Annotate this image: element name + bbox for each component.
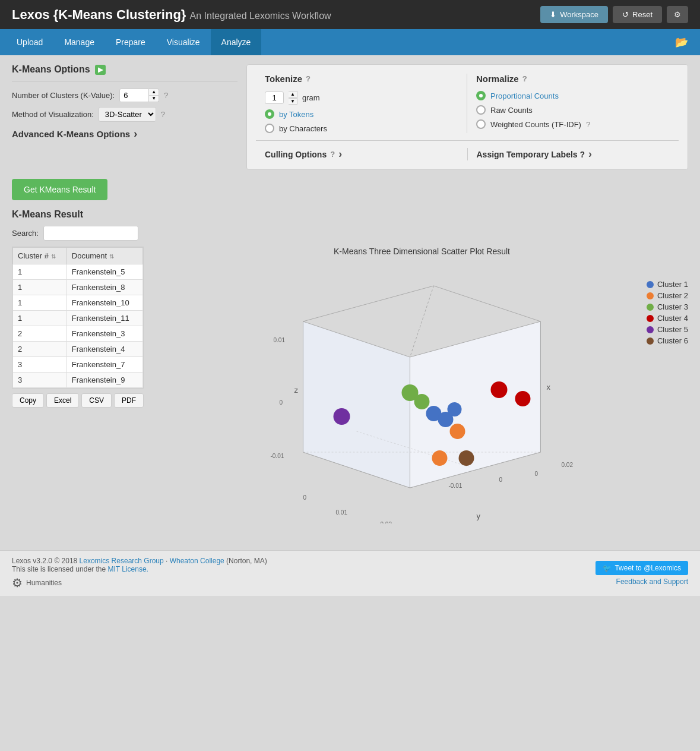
svg-point-33 — [459, 450, 474, 466]
gram-label: gram — [302, 93, 320, 102]
num-clusters-input-wrap: ▲ ▼ — [119, 89, 159, 102]
num-clusters-input[interactable] — [119, 89, 149, 102]
gram-row: ▲ ▼ gram — [265, 91, 458, 105]
nav-upload[interactable]: Upload — [6, 29, 53, 55]
proportional-radio[interactable] — [476, 91, 486, 100]
get-kmeans-button[interactable]: Get KMeans Result — [12, 179, 107, 200]
num-clusters-down[interactable]: ▼ — [149, 96, 159, 102]
document-cell: Frankenstein_11 — [66, 311, 142, 326]
table-scroll[interactable]: Cluster # ⇅ Document ⇅ 1Frankenstein_51F… — [12, 247, 144, 389]
cluster-cell: 2 — [13, 342, 67, 357]
svg-text:-0.01: -0.01 — [449, 482, 463, 489]
document-cell: Frankenstein_7 — [66, 357, 142, 373]
svg-text:0: 0 — [535, 471, 539, 477]
results-title: K-Means Result — [12, 209, 688, 220]
legend-item: Cluster 5 — [647, 325, 688, 334]
kmeans-options-panel: K-Means Options ▶ Number of Clusters (K-… — [12, 64, 237, 170]
nav-visualize[interactable]: Visualize — [156, 29, 211, 55]
workspace-icon: ⬇ — [550, 10, 556, 19]
by-tokens-row[interactable]: by Tokens — [265, 109, 458, 119]
table-row: 1Frankenstein_5 — [13, 264, 143, 280]
svg-text:x: x — [547, 383, 551, 392]
table-row: 2Frankenstein_3 — [13, 326, 143, 342]
nav-prepare[interactable]: Prepare — [105, 29, 156, 55]
chart-container: z y x 0.01 0 -0.01 0 0.01 0.02 -0.01 0 0… — [156, 262, 688, 523]
feedback-link[interactable]: Feedback and Support — [616, 578, 688, 586]
scatter-plot: z y x 0.01 0 -0.01 0 0.01 0.02 -0.01 0 0… — [156, 262, 688, 523]
by-tokens-label: by Tokens — [279, 110, 313, 119]
document-cell: Frankenstein_5 — [66, 264, 142, 280]
document-cell: Frankenstein_4 — [66, 342, 142, 357]
legend-label: Cluster 6 — [657, 336, 688, 345]
cluster-cell: 2 — [13, 326, 67, 342]
document-cell: Frankenstein_10 — [66, 295, 142, 311]
raw-counts-radio[interactable] — [476, 105, 486, 115]
num-clusters-up[interactable]: ▲ — [149, 89, 159, 96]
gram-down[interactable]: ▼ — [289, 98, 297, 105]
legend-item: Cluster 2 — [647, 291, 688, 300]
cluster-sort-icon[interactable]: ⇅ — [51, 253, 56, 260]
normalize-title: Normalize ? — [476, 74, 670, 84]
legend-dot — [647, 315, 654, 322]
search-row: Search: — [12, 226, 688, 241]
settings-button[interactable]: ⚙ — [667, 6, 688, 23]
num-clusters-help-icon: ? — [164, 91, 168, 100]
token-normalize-panel: Tokenize ? ▲ ▼ gram by — [246, 64, 688, 170]
svg-text:y: y — [477, 512, 481, 520]
normalize-radio-group: Proportional Counts Raw Counts Weighted … — [476, 91, 670, 129]
legend-label: Cluster 5 — [657, 325, 688, 334]
svg-point-23 — [334, 408, 350, 425]
method-select[interactable]: 3D-Scatter — [99, 107, 156, 122]
raw-counts-label: Raw Counts — [490, 106, 533, 115]
gram-spinner: ▲ ▼ — [289, 91, 297, 105]
table-row: 3Frankenstein_7 — [13, 357, 143, 373]
assign-labels-link[interactable]: Assign Temporary Labels ? › — [477, 148, 670, 160]
csv-button[interactable]: CSV — [81, 393, 112, 408]
wheaton-link[interactable]: Wheaton College — [170, 557, 224, 565]
legend-dot — [647, 281, 654, 288]
mit-license-link[interactable]: MIT License. — [107, 565, 148, 573]
search-input[interactable] — [43, 226, 138, 241]
excel-button[interactable]: Excel — [46, 393, 79, 408]
legend-dot — [647, 292, 654, 299]
by-characters-radio[interactable] — [265, 124, 274, 133]
results-table: Cluster # ⇅ Document ⇅ 1Frankenstein_51F… — [12, 247, 143, 388]
legend-item: Cluster 3 — [647, 302, 688, 311]
culling-label: Culling Options — [265, 150, 327, 159]
weighted-counts-row[interactable]: Weighted Counts (TF-IDF) ? — [476, 119, 670, 129]
weighted-counts-radio[interactable] — [476, 119, 486, 129]
video-icon[interactable]: ▶ — [95, 65, 106, 75]
reset-button[interactable]: ↺ Reset — [613, 6, 662, 23]
raw-counts-row[interactable]: Raw Counts — [476, 105, 670, 115]
proportional-label: Proportional Counts — [490, 91, 559, 100]
gram-input[interactable] — [265, 91, 284, 104]
nav-analyze[interactable]: Analyze — [211, 29, 262, 55]
nav-manage[interactable]: Manage — [53, 29, 105, 55]
cluster-cell: 1 — [13, 264, 67, 280]
gram-up[interactable]: ▲ — [289, 91, 297, 98]
cluster-cell: 1 — [13, 295, 67, 311]
num-clusters-spinner: ▲ ▼ — [149, 89, 159, 102]
workspace-button[interactable]: ⬇ Workspace — [540, 6, 608, 23]
culling-help-icon: ? — [330, 150, 335, 159]
proportional-row[interactable]: Proportional Counts — [476, 91, 670, 100]
tokenize-col: Tokenize ? ▲ ▼ gram by — [256, 74, 467, 133]
svg-text:0: 0 — [499, 477, 503, 483]
pdf-button[interactable]: PDF — [114, 393, 144, 408]
advanced-options-link[interactable]: Advanced K-Means Options › — [12, 128, 237, 140]
copy-button[interactable]: Copy — [12, 393, 44, 408]
table-row: 3Frankenstein_9 — [13, 373, 143, 388]
culling-link[interactable]: Culling Options ? › — [265, 148, 458, 160]
tweet-button[interactable]: 🐦 Tweet to @Lexomics — [596, 561, 688, 575]
legend-label: Cluster 3 — [657, 302, 688, 311]
lexomics-link[interactable]: Lexomics Research Group — [80, 557, 164, 565]
by-characters-row[interactable]: by Characters — [265, 124, 458, 133]
svg-text:0.01: 0.01 — [274, 337, 286, 343]
footer-logo: ⚙ Humanities — [12, 576, 267, 590]
humanities-logo: ⚙ — [12, 576, 23, 590]
legend-item: Cluster 6 — [647, 336, 688, 345]
footer-left: Lexos v3.2.0 © 2018 Lexomics Research Gr… — [12, 557, 267, 590]
document-sort-icon[interactable]: ⇅ — [109, 253, 114, 260]
folder-icon[interactable]: 📂 — [669, 30, 694, 55]
by-tokens-radio[interactable] — [265, 109, 274, 119]
